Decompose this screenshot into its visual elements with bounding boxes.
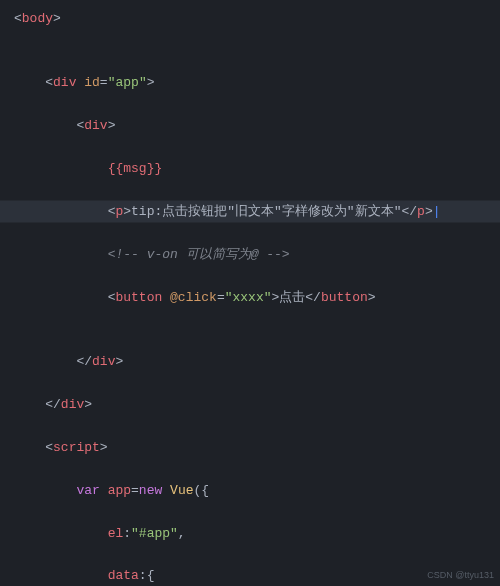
tag-script: script: [53, 440, 100, 455]
tag-div-inner: div: [84, 118, 107, 133]
tag-body: body: [22, 11, 53, 26]
watermark: CSDN @ttyu131: [427, 568, 494, 583]
comment-von: <!-- v-on 可以简写为@ -->: [108, 247, 290, 262]
tip-text: tip:点击按钮把"旧文本"字样修改为"新文本": [131, 204, 401, 219]
mustache-msg: {{msg}}: [108, 161, 163, 176]
code-editor: <body> <div id="app"> <div> {{msg}} <p>t…: [0, 0, 500, 586]
button-label: 点击: [279, 290, 305, 305]
vue-class: Vue: [170, 483, 193, 498]
tag-div-app: div: [53, 75, 76, 90]
